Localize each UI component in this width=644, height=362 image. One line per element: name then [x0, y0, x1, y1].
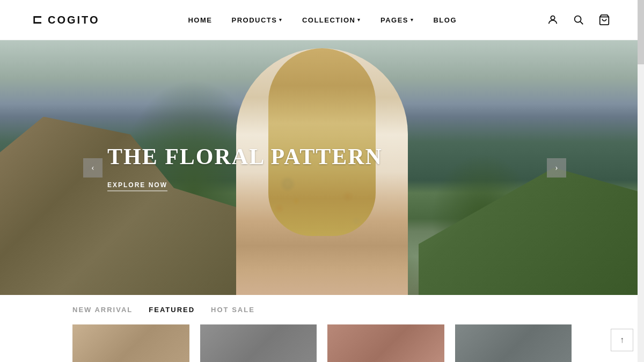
product-tabs: NEW ARRIVAL FEATURED HOT SALE — [0, 295, 644, 316]
chevron-down-icon: ▾ — [357, 17, 361, 23]
svg-point-0 — [551, 16, 554, 20]
hero-title: THE FLORAL PATTERN — [107, 144, 383, 169]
chevron-down-icon: ▾ — [411, 17, 414, 23]
hero-hair — [268, 48, 376, 236]
tab-new-arrival[interactable]: NEW ARRIVAL — [72, 306, 133, 316]
explore-now-button[interactable]: EXPLORE NOW — [107, 181, 167, 191]
product-thumb-2[interactable] — [200, 324, 317, 362]
products-row — [0, 316, 644, 362]
svg-line-2 — [580, 21, 583, 24]
nav-products[interactable]: PRODUCTS ▾ — [231, 16, 282, 24]
main-nav: HOME PRODUCTS ▾ COLLECTION ▾ PAGES ▾ BLO… — [188, 16, 457, 24]
slider-prev-button[interactable]: ‹ — [83, 158, 103, 178]
hero-content: THE FLORAL PATTERN EXPLORE NOW — [107, 144, 383, 191]
tab-hot-sale[interactable]: HOT SALE — [211, 306, 255, 316]
nav-pages[interactable]: PAGES ▾ — [380, 16, 414, 24]
scroll-top-button[interactable]: ↑ — [611, 329, 633, 351]
search-icon[interactable] — [571, 12, 586, 27]
tab-featured[interactable]: FEATURED — [149, 306, 195, 316]
nav-collection[interactable]: COLLECTION ▾ — [302, 16, 361, 24]
product-thumb-1[interactable] — [72, 324, 189, 362]
nav-home[interactable]: HOME — [188, 16, 212, 24]
slider-next-button[interactable]: › — [547, 158, 566, 178]
logo[interactable]: ⊏ COGITO — [32, 13, 100, 27]
cart-icon[interactable] — [597, 12, 612, 27]
logo-icon: ⊏ — [32, 13, 43, 27]
scrollbar-thumb[interactable] — [638, 0, 644, 64]
logo-text: COGITO — [48, 14, 100, 26]
scrollbar[interactable] — [638, 0, 644, 362]
account-icon[interactable] — [545, 12, 560, 27]
chevron-down-icon: ▾ — [279, 17, 283, 23]
product-thumb-4[interactable] — [455, 324, 572, 362]
hero-slider: THE FLORAL PATTERN EXPLORE NOW ‹ › — [0, 40, 644, 295]
product-thumb-3[interactable] — [327, 324, 444, 362]
svg-point-1 — [575, 16, 581, 23]
nav-blog[interactable]: BLOG — [433, 16, 457, 24]
header-icons — [545, 12, 612, 27]
